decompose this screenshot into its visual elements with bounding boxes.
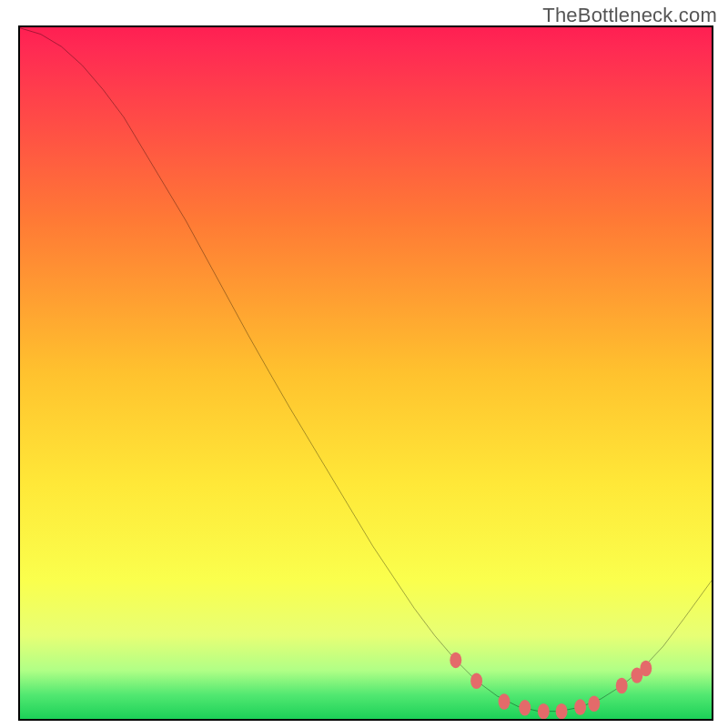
highlight-marker [588,696,600,712]
highlight-marker [499,693,511,709]
plot-svg [20,27,712,719]
highlight-marker [640,661,652,676]
highlight-marker [450,652,461,668]
highlight-marker [556,703,568,719]
highlight-marker [616,678,628,693]
highlight-marker [470,672,482,688]
plot-area [18,25,713,721]
highlight-marker [519,700,531,715]
chart-frame: TheBottleneck.com [0,0,728,728]
highlight-marker [574,699,586,714]
watermark-text: TheBottleneck.com [542,4,717,27]
highlight-marker [538,703,550,719]
gradient-background [20,27,712,719]
